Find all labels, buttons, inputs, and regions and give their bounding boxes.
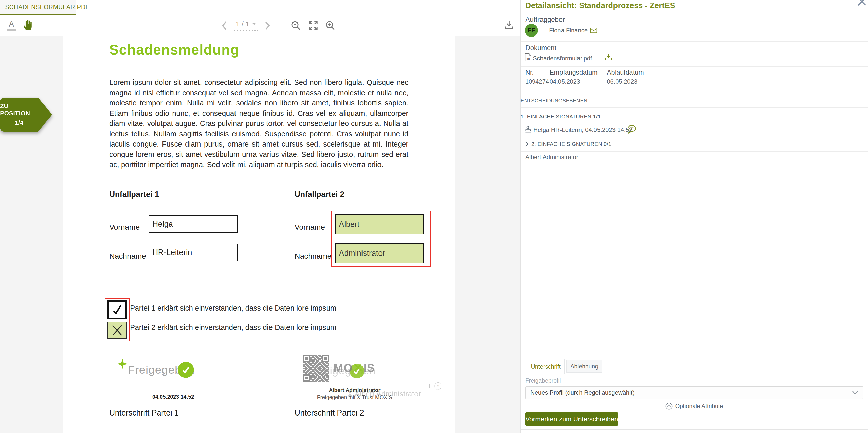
download-document-button[interactable] (503, 20, 515, 31)
pan-tool-button[interactable] (22, 19, 33, 31)
tab-unterschrift-label: Unterschrift (531, 363, 561, 370)
optionale-attribute-label: Optionale Attribute (675, 403, 723, 410)
panel-title: Detailansicht: Standardprozess - ZertES (525, 1, 675, 10)
entscheidungsebenen-heading: ENTSCHEIDUNGSEBENEN (521, 98, 587, 104)
text-tool-button[interactable]: A (7, 20, 16, 31)
page-navigation: 1 / 1 (221, 20, 336, 31)
ablaufdatum-value: 06.05.2023 (607, 78, 637, 85)
moxis-logo: MO✕IS (333, 361, 375, 375)
stamp-icon (524, 125, 532, 133)
hand-icon (22, 19, 33, 31)
signature-position-marker: F 2 (429, 382, 442, 390)
auftraggeber-heading: Auftraggeber (525, 16, 565, 24)
goto-position-button[interactable]: ZU POSITION 1/4 (0, 98, 38, 131)
zoom-out-button[interactable] (290, 20, 301, 31)
party2-nachname-field[interactable]: Administrator (335, 243, 424, 264)
signature2-line (294, 404, 361, 404)
download-icon (503, 20, 515, 31)
next-page-button[interactable] (265, 21, 271, 30)
freigabeprofil-label: Freigabeprofil (525, 377, 561, 384)
optionale-attribute-toggle[interactable]: Optionale Attribute (521, 403, 868, 410)
party2-heading: Unfallpartei 2 (294, 190, 344, 199)
document-filename: Schadensformular.pdf (533, 55, 592, 62)
signature1-line (109, 404, 184, 404)
freigabeprofil-select[interactable]: Neues Profil (durch Regel ausgewählt) (525, 386, 863, 399)
chevron-left-icon (221, 21, 227, 30)
party1-nachname-label: Nachname (109, 252, 146, 260)
page-indicator-dropdown[interactable]: 1 / 1 (234, 20, 258, 31)
party2-nachname-label: Nachname (294, 252, 331, 260)
tab-ablehnung[interactable]: Ablehnung (566, 360, 602, 373)
freigabeprofil-value: Neues Profil (durch Regel ausgewählt) (530, 389, 634, 396)
divider (521, 123, 868, 123)
empfangsdatum-value: 04.05.2023 (550, 78, 580, 85)
goto-position-line1: ZU POSITION (0, 103, 38, 117)
tab-ablehnung-label: Ablehnung (570, 363, 598, 370)
download-file-icon[interactable] (604, 53, 613, 61)
fit-fullscreen-button[interactable] (308, 20, 318, 31)
signature2-note: Freigegeben mit XiTrust MOXIS (299, 394, 410, 400)
party1-nachname-field[interactable]: HR-Leiterin (149, 244, 238, 261)
app-window: SCHADENSFORMULAR.PDF A 1 / 1 (0, 0, 868, 433)
divider (521, 107, 868, 108)
level1-heading: 1: EINFACHE SIGNATUREN 1/1 (521, 114, 601, 120)
divider (521, 41, 868, 41)
previous-page-button[interactable] (221, 21, 227, 30)
detail-panel: Detailansicht: Standardprozess - ZertES … (521, 0, 868, 433)
auftraggeber-name: Fiona Finance (549, 27, 588, 34)
pdf-page: Schadensmeldung Lorem ipsum dolor sit am… (63, 36, 455, 433)
party1-heading: Unfallpartei 1 (109, 190, 159, 199)
divider (521, 151, 868, 152)
party1-consent-checkbox[interactable] (107, 301, 127, 319)
party2-consent-checkbox[interactable] (107, 322, 127, 339)
goto-position-counter: 1/4 (15, 119, 24, 126)
nr-value: 1094274 (525, 78, 549, 85)
x-mark-icon (111, 324, 123, 337)
page-indicator-value: 1 / 1 (236, 20, 249, 28)
caret-down-icon (252, 23, 256, 25)
empfangsdatum-header: Empfangsdatum (550, 68, 597, 76)
level2-heading: 2: EINFACHE SIGNATUREN 0/1 (531, 141, 612, 147)
level2-signer: Albert Administrator (525, 154, 578, 161)
signature2-signer-name: Albert Administrator (299, 387, 410, 393)
vormerken-button[interactable]: Vormerken zum Unterschreiben (525, 412, 618, 426)
tab-unterschrift[interactable]: Unterschrift (527, 359, 565, 374)
level1-signer: Helga HR-Leiterin, 04.05.2023 14:52 (533, 126, 632, 133)
divider (521, 137, 868, 137)
avatar: FF (525, 24, 538, 37)
signature1-label: Unterschrift Partei 1 (109, 408, 179, 417)
party1-vorname-field[interactable]: Helga (149, 215, 238, 233)
approved-badge-icon (178, 362, 194, 378)
comment-bubble-icon[interactable] (627, 125, 636, 134)
expand-icon (308, 20, 318, 31)
text-tool-glyph: A (9, 20, 14, 28)
panel-bottom-line (521, 429, 868, 430)
party2-consent-label: Partei 2 erklärt sich einverstanden, das… (130, 323, 336, 332)
close-icon (856, 0, 867, 7)
pdf-body-text: Lorem ipsum dolor sit amet, consectetur … (109, 77, 408, 170)
divider (521, 66, 868, 67)
signature2-label: Unterschrift Partei 2 (294, 408, 364, 417)
avatar-initials: FF (528, 27, 535, 34)
party2-vorname-label: Vorname (294, 223, 325, 231)
auftraggeber-row: Fiona Finance (549, 27, 597, 34)
close-panel-button[interactable] (856, 0, 867, 7)
party1-consent-label: Partei 1 erklärt sich einverstanden, das… (130, 304, 336, 312)
document-tabbar: SCHADENSFORMULAR.PDF (0, 0, 520, 14)
page-indicator-underline (234, 30, 258, 31)
tab-schadensformular[interactable]: SCHADENSFORMULAR.PDF (0, 0, 76, 14)
circle-chevron-up-icon (665, 403, 673, 410)
chevron-down-icon (852, 390, 858, 395)
divider (521, 13, 868, 13)
signature1-date: 04.05.2023 14:52 (152, 394, 194, 400)
party1-vorname-label: Vorname (109, 223, 140, 231)
pdf-file-icon: PDF (525, 53, 531, 61)
zoom-in-button[interactable] (325, 20, 336, 31)
envelope-icon[interactable] (590, 28, 597, 33)
party2-vorname-field[interactable]: Albert (335, 214, 424, 235)
ablaufdatum-header: Ablaufdatum (607, 68, 644, 76)
chevron-right-small-icon (525, 141, 529, 147)
level2-row[interactable]: 2: EINFACHE SIGNATUREN 0/1 (525, 141, 612, 147)
chevron-right-icon (265, 21, 271, 30)
zoom-in-icon (325, 20, 336, 31)
